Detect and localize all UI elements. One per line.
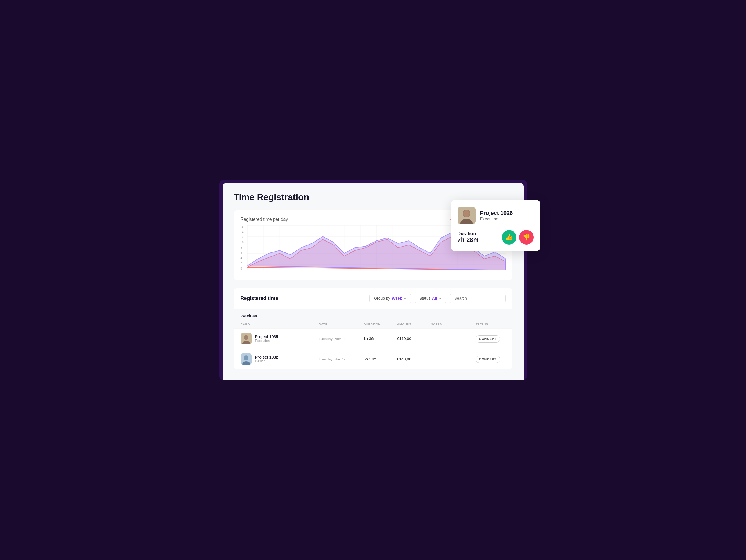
group-by-chevron: ▼ bbox=[404, 297, 406, 300]
card-name-1: Project 1035 bbox=[255, 334, 278, 339]
floating-project-name: Project 1026 bbox=[480, 210, 513, 216]
col-date: DATE bbox=[319, 323, 364, 326]
avatar-1 bbox=[240, 333, 252, 344]
table-section-title: Registered time bbox=[240, 296, 365, 301]
duration-info: Duration 7h 28m bbox=[458, 231, 479, 244]
status-badge-2: CONCEPT bbox=[476, 356, 500, 363]
chart-y-labels: 0 2 4 6 8 10 12 14 16 bbox=[240, 225, 246, 270]
thumbs-up-icon: 👍 bbox=[505, 234, 513, 241]
card-cell-1: Project 1035 Execution bbox=[240, 333, 319, 344]
table-row: Project 1035 Execution Tuesday, Nov 1st … bbox=[234, 328, 512, 349]
group-by-button[interactable]: Group by Week ▼ bbox=[369, 293, 411, 303]
amount-cell-1: €110,00 bbox=[397, 336, 431, 341]
col-card: CARD bbox=[240, 323, 319, 326]
col-status: STATUS bbox=[476, 323, 512, 326]
date-cell-1: Tuesday, Nov 1st bbox=[319, 337, 364, 341]
avatar-2 bbox=[240, 354, 252, 365]
thumbs-down-icon: 👎 bbox=[522, 234, 530, 241]
duration-value: 7h 28m bbox=[458, 236, 479, 244]
card-name-2: Project 1032 bbox=[255, 355, 278, 359]
floating-card-body: Duration 7h 28m 👍 👎 bbox=[458, 230, 534, 245]
group-by-label: Group by bbox=[374, 296, 390, 301]
floating-card-titles: Project 1026 Execution bbox=[480, 210, 513, 221]
duration-label: Duration bbox=[458, 231, 479, 236]
svg-point-12 bbox=[463, 210, 470, 217]
floating-project-sub: Execution bbox=[480, 216, 513, 221]
status-value: All bbox=[432, 296, 437, 301]
card-cell-2: Project 1032 Design bbox=[240, 354, 319, 365]
app-wrapper: Time Registration Registered time per da… bbox=[219, 180, 527, 380]
svg-point-5 bbox=[244, 356, 249, 361]
status-button[interactable]: Status All ▼ bbox=[414, 293, 447, 303]
thumbs-up-button[interactable]: 👍 bbox=[502, 230, 516, 245]
amount-cell-2: €140,00 bbox=[397, 357, 431, 361]
table-header-row: Registered time Group by Week ▼ Status A… bbox=[234, 288, 512, 309]
group-by-value: Week bbox=[392, 296, 402, 301]
filter-group: Group by Week ▼ Status All ▼ bbox=[369, 293, 506, 303]
svg-point-2 bbox=[244, 335, 249, 340]
card-info-2: Project 1032 Design bbox=[255, 355, 278, 363]
duration-cell-2: 5h 17m bbox=[364, 357, 397, 361]
duration-cell-1: 1h 36m bbox=[364, 336, 397, 341]
floating-card-header: Project 1026 Execution bbox=[458, 206, 534, 224]
col-notes: NOTES bbox=[431, 323, 476, 326]
status-badge-1: CONCEPT bbox=[476, 335, 500, 342]
floating-avatar bbox=[458, 206, 476, 224]
thumbs-down-button[interactable]: 👎 bbox=[519, 230, 534, 245]
card-sub-1: Execution bbox=[255, 339, 278, 343]
date-cell-2: Tuesday, Nov 1st bbox=[319, 357, 364, 361]
week-label: Week 44 bbox=[234, 309, 512, 320]
col-amount: AMOUNT bbox=[397, 323, 431, 326]
status-chevron: ▼ bbox=[439, 297, 442, 300]
status-cell-2: CONCEPT bbox=[476, 357, 512, 362]
status-cell-1: CONCEPT bbox=[476, 336, 512, 341]
floating-card: Project 1026 Execution Duration 7h 28m 👍… bbox=[451, 200, 540, 251]
table-row: Project 1032 Design Tuesday, Nov 1st 5h … bbox=[234, 349, 512, 369]
search-input[interactable] bbox=[450, 293, 506, 303]
main-card: Time Registration Registered time per da… bbox=[223, 183, 524, 380]
card-sub-2: Design bbox=[255, 359, 278, 363]
column-headers: CARD DATE DURATION AMOUNT NOTES STATUS bbox=[234, 320, 512, 328]
card-info-1: Project 1035 Execution bbox=[255, 334, 278, 343]
col-duration: DURATION bbox=[364, 323, 397, 326]
status-label: Status bbox=[419, 296, 430, 301]
vote-buttons: 👍 👎 bbox=[502, 230, 534, 245]
table-section: Registered time Group by Week ▼ Status A… bbox=[234, 288, 512, 369]
